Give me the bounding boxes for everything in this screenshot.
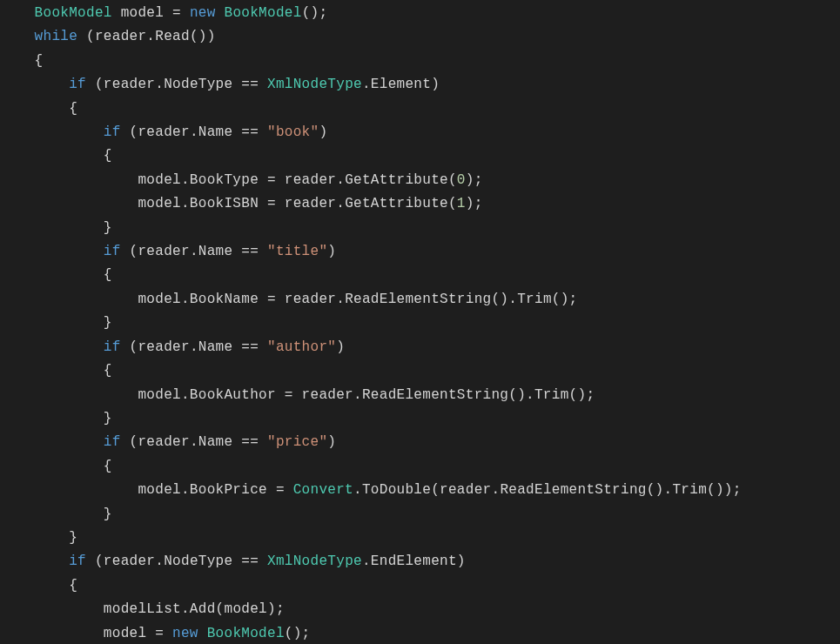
code-token: model: [121, 5, 165, 21]
code-token: ());: [707, 482, 742, 498]
keyword-if: if: [104, 339, 121, 355]
code-token: =: [155, 626, 164, 641]
code-token: Name: [198, 339, 233, 355]
code-token: model: [224, 601, 267, 617]
code-token: BookAuthor: [190, 387, 276, 403]
code-token: BookPrice: [190, 482, 267, 498]
code-token: ();: [552, 292, 578, 307]
code-token: (: [86, 29, 95, 44]
code-token: Name: [198, 124, 233, 140]
code-token: GetAttribute: [345, 172, 448, 188]
code-token: =: [276, 482, 285, 498]
code-token: .: [362, 553, 371, 569]
code-token: model: [138, 482, 181, 498]
code-token: ): [327, 244, 336, 259]
string-title: "title": [267, 244, 327, 259]
code-token: (: [216, 601, 225, 617]
code-token: BookISBN: [190, 196, 259, 211]
type-bookmodel: BookModel: [207, 626, 285, 641]
keyword-new: new: [172, 626, 198, 641]
code-token: reader: [138, 339, 189, 355]
keyword-if: if: [104, 244, 121, 259]
code-token: ().: [491, 292, 517, 307]
code-token: model: [138, 292, 181, 307]
code-token: Read: [155, 29, 190, 44]
code-token: );: [466, 172, 483, 188]
code-token: ();: [569, 387, 595, 403]
code-token: =: [267, 172, 276, 188]
code-token: reader: [95, 29, 146, 44]
code-token: .: [190, 339, 198, 355]
type-xmlnodetype: XmlNodeType: [267, 77, 362, 92]
code-token: ==: [241, 244, 259, 259]
code-token: ): [319, 124, 327, 140]
brace-open: {: [35, 53, 44, 69]
brace-open: {: [104, 459, 112, 474]
code-editor[interactable]: BookModel model = new BookModel(); while…: [0, 0, 840, 644]
code-token: EndElement: [371, 553, 457, 569]
brace-open: {: [104, 148, 112, 164]
code-token: ReadElementString: [362, 387, 508, 403]
code-token: .: [181, 292, 190, 307]
code-token: reader: [138, 124, 189, 140]
keyword-if: if: [104, 434, 121, 450]
code-token: (: [431, 482, 440, 498]
code-token: ==: [241, 434, 259, 450]
code-token: reader: [138, 244, 189, 259]
code-token: new: [190, 5, 216, 21]
brace-close: }: [104, 315, 112, 331]
code-token: ReadElementString: [500, 482, 646, 498]
code-token: Element: [371, 77, 431, 92]
code-token: ().: [647, 482, 673, 498]
code-token: (: [130, 124, 138, 140]
code-token: ReadElementString: [345, 292, 491, 307]
code-token: model: [104, 626, 147, 641]
code-token: (: [448, 196, 457, 211]
code-token: .: [190, 244, 198, 259]
code-token: Trim: [534, 387, 569, 403]
code-token: ==: [241, 553, 259, 569]
code-token: BookModel: [225, 5, 302, 21]
keyword-if: if: [69, 77, 86, 92]
code-token: model: [138, 387, 181, 403]
code-token: ): [457, 553, 466, 569]
type-convert: Convert: [293, 482, 353, 498]
code-token: .: [336, 196, 345, 211]
code-token: Name: [198, 434, 233, 450]
code-token: modelList: [104, 601, 181, 617]
code-token: =: [285, 387, 293, 403]
string-book: "book": [267, 124, 319, 140]
code-token: ();: [302, 5, 328, 21]
brace-open: {: [104, 267, 112, 283]
code-token: .: [181, 196, 190, 211]
code-token: (: [95, 553, 104, 569]
code-token: .: [155, 77, 164, 92]
code-token: .: [362, 77, 371, 92]
code-token: .: [190, 434, 198, 450]
code-token: Trim: [672, 482, 707, 498]
code-token: reader: [285, 292, 336, 307]
code-token: reader: [302, 387, 353, 403]
code-token: Name: [198, 244, 233, 259]
code-token: BookModel: [35, 5, 112, 21]
code-token: BookType: [190, 172, 259, 188]
brace-close: }: [104, 506, 112, 522]
code-token: reader: [104, 77, 155, 92]
code-token: ): [327, 434, 336, 450]
code-token: ==: [241, 77, 259, 92]
code-token: Trim: [517, 292, 552, 307]
code-token: .: [181, 601, 190, 617]
code-token: reader: [138, 434, 189, 450]
code-token: (: [448, 172, 457, 188]
code-token: (: [95, 77, 104, 92]
brace-close: }: [69, 530, 77, 546]
code-token: (: [130, 339, 138, 355]
code-token: model: [138, 172, 181, 188]
number-literal: 1: [457, 196, 466, 211]
keyword-if: if: [104, 124, 121, 140]
code-token: NodeType: [164, 553, 232, 569]
keyword-while: while: [35, 29, 78, 44]
string-author: "author": [267, 339, 336, 355]
code-token: =: [267, 196, 276, 211]
code-token: ): [336, 339, 345, 355]
